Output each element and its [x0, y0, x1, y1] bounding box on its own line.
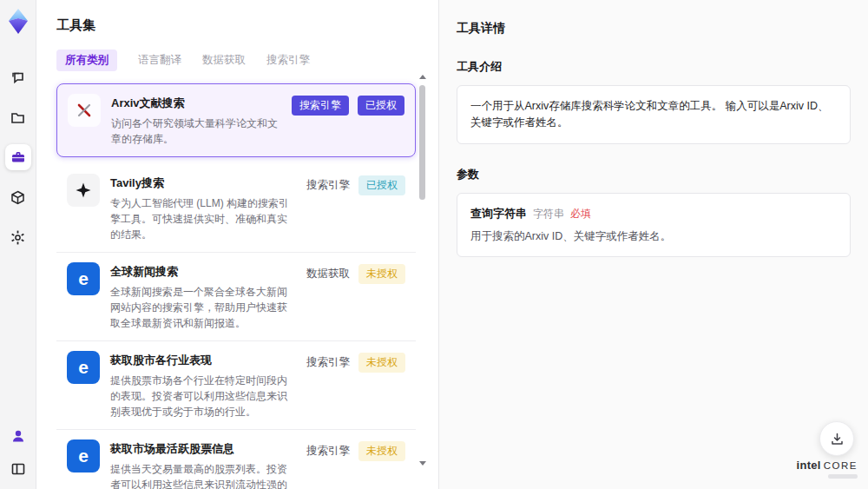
params-heading: 参数 — [457, 167, 851, 182]
auth-status-badge: 未授权 — [358, 441, 405, 461]
tool-description: 提供当天交易量最高的股票列表。投资者可以利用这些信息来识别流动性强的股票和潜在的… — [110, 461, 296, 489]
tab-search-engine[interactable]: 搜索引擎 — [266, 53, 310, 68]
param-description: 用于搜索的Arxiv ID、关键字或作者姓名。 — [470, 229, 837, 244]
news-logo-icon: e — [67, 439, 100, 472]
collapse-sidebar-button[interactable] — [5, 456, 31, 482]
detail-title: 工具详情 — [457, 21, 851, 36]
panel-layout-icon — [10, 461, 26, 477]
intel-core-logo: intelCORE — [797, 459, 858, 479]
download-icon — [830, 432, 845, 446]
tool-description: 访问各个研究领域大量科学论文和文章的存储库。 — [111, 116, 281, 147]
chat-icon — [10, 69, 26, 86]
tool-name: 全球新闻搜索 — [110, 264, 296, 280]
arxiv-icon — [68, 94, 101, 127]
tool-description: 全球新闻搜索是一个聚合全球各大新闻网站内容的搜索引擎，帮助用户快速获取全球最新资… — [110, 284, 296, 331]
scroll-down-arrow-icon[interactable] — [419, 461, 426, 466]
auth-status-badge: 已授权 — [358, 175, 405, 195]
tool-item-active-stocks[interactable]: e 获取市场最活跃股票信息 提供当天交易量最高的股票列表。投资者可以利用这些信息… — [56, 430, 416, 489]
intro-heading: 工具介绍 — [457, 59, 851, 75]
tab-all-categories[interactable]: 所有类别 — [56, 50, 117, 71]
tool-description: 提供股票市场各个行业在特定时间段内的表现。投资者可以利用这些信息来识别表现优于或… — [110, 373, 296, 420]
download-button[interactable] — [819, 421, 854, 456]
tool-item-tavily[interactable]: Tavily搜索 专为人工智能代理 (LLM) 构建的搜索引擎工具。可快速提供实… — [56, 164, 416, 253]
nav-files-button[interactable] — [5, 104, 31, 130]
cube-icon — [10, 189, 26, 206]
briefcase-icon — [10, 149, 26, 165]
page-title: 工具集 — [56, 17, 416, 34]
tab-language-translation[interactable]: 语言翻译 — [138, 53, 181, 68]
scroll-up-arrow-icon[interactable] — [419, 75, 426, 79]
app-logo — [5, 7, 31, 36]
tool-item-global-news[interactable]: e 全球新闻搜索 全球新闻搜索是一个聚合全球各大新闻网站内容的搜索引擎，帮助用户… — [56, 253, 416, 341]
category-badge: 搜索引擎 — [292, 96, 349, 116]
profile-avatar-button[interactable] — [5, 423, 31, 449]
param-name: 查询字符串 — [470, 206, 527, 221]
tool-name: Tavily搜索 — [110, 175, 296, 191]
tool-item-sector-performance[interactable]: e 获取股市各行业表现 提供股票市场各个行业在特定时间段内的表现。投资者可以利用… — [56, 341, 416, 430]
news-logo-icon: e — [67, 351, 100, 384]
gear-icon — [10, 229, 26, 246]
news-logo-icon: e — [67, 262, 100, 295]
scrollbar-thumb[interactable] — [419, 85, 425, 200]
auth-status-badge: 未授权 — [358, 353, 405, 373]
param-type: 字符串 — [533, 207, 564, 221]
category-tabs: 所有类别 语言翻译 数据获取 搜索引擎 — [56, 50, 416, 71]
nav-settings-button[interactable] — [5, 224, 31, 250]
tool-description: 专为人工智能代理 (LLM) 构建的搜索引擎工具。可快速提供实时、准确和真实的结… — [110, 195, 296, 242]
intro-text: 一个用于从Arxiv存储库搜索科学论文和文章的工具。 输入可以是Arxiv ID… — [470, 98, 837, 131]
tab-data-fetch[interactable]: 数据获取 — [202, 53, 246, 68]
nav-chat-button[interactable] — [5, 64, 31, 90]
category-label: 数据获取 — [306, 267, 350, 281]
category-label: 搜索引擎 — [306, 444, 350, 459]
tool-item-arxiv[interactable]: Arxiv文献搜索 访问各个研究领域大量科学论文和文章的存储库。 搜索引擎 已授… — [56, 83, 416, 157]
category-label: 搜索引擎 — [306, 355, 350, 370]
tool-list-panel: 工具集 所有类别 语言翻译 数据获取 搜索引擎 Arxiv文献搜索 访问各个研究… — [36, 0, 438, 489]
nav-tools-button[interactable] — [5, 144, 31, 170]
list-scrollbar[interactable] — [418, 75, 427, 466]
auth-status-badge: 未授权 — [358, 264, 405, 284]
category-label: 搜索引擎 — [306, 178, 350, 193]
left-rail — [0, 0, 36, 489]
auth-status-badge: 已授权 — [358, 96, 404, 116]
brand-sub-mark — [828, 474, 858, 479]
tavily-star-icon — [67, 174, 100, 207]
tool-name: Arxiv文献搜索 — [111, 96, 281, 111]
tool-detail-panel: 工具详情 工具介绍 一个用于从Arxiv存储库搜索科学论文和文章的工具。 输入可… — [438, 0, 868, 489]
tool-name: 获取市场最活跃股票信息 — [110, 441, 296, 457]
param-required-flag: 必填 — [570, 207, 591, 221]
nav-models-button[interactable] — [5, 184, 31, 210]
param-card: 查询字符串 字符串 必填 用于搜索的Arxiv ID、关键字或作者姓名。 — [457, 193, 851, 257]
intro-card: 一个用于从Arxiv存储库搜索科学论文和文章的工具。 输入可以是Arxiv ID… — [457, 85, 851, 144]
person-icon — [10, 428, 26, 444]
tool-name: 获取股市各行业表现 — [110, 353, 296, 368]
tool-list: Arxiv文献搜索 访问各个研究领域大量科学论文和文章的存储库。 搜索引擎 已授… — [56, 83, 416, 489]
folder-icon — [10, 109, 26, 126]
